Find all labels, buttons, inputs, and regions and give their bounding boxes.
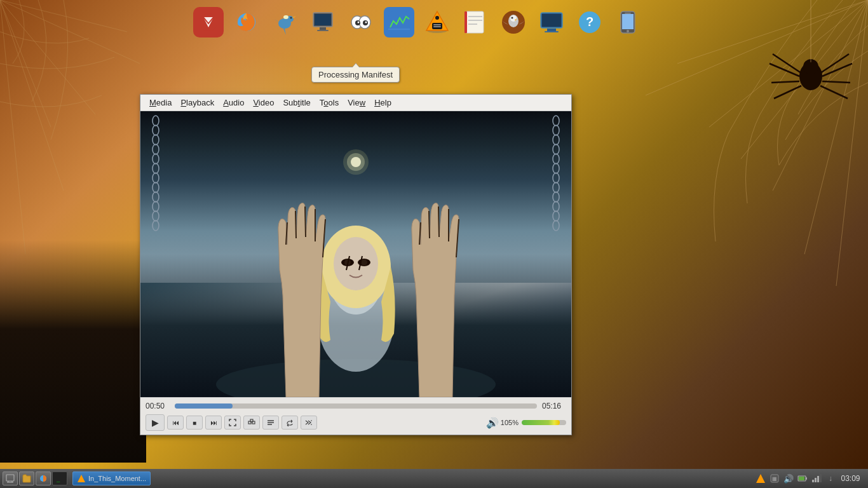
svg-text:_: _ <box>57 476 60 482</box>
systray-battery[interactable] <box>797 473 808 484</box>
systray: ▦ 🔊 <box>752 473 865 484</box>
svg-rect-66 <box>625 13 631 14</box>
dock-icon-phone[interactable] <box>610 5 645 40</box>
fullscreen-button[interactable] <box>224 416 241 430</box>
next-button[interactable]: ⏭ <box>205 416 222 430</box>
svg-line-108 <box>429 211 430 238</box>
dock-icon-twitter-bird[interactable] <box>267 5 302 40</box>
dock-icon-monitor[interactable] <box>305 5 340 40</box>
svg-point-78 <box>153 220 159 231</box>
svg-point-114 <box>343 149 369 175</box>
svg-point-77 <box>153 211 159 221</box>
dock-icon-help[interactable]: ? <box>572 5 607 40</box>
svg-rect-136 <box>799 477 804 480</box>
svg-point-88 <box>553 201 559 212</box>
svg-point-83 <box>553 154 559 164</box>
menu-help[interactable]: Help <box>370 97 395 109</box>
taskbar: _ In_This_Moment... ▦ <box>0 469 868 488</box>
processing-manifest-tooltip: Processing Manifest <box>311 67 400 83</box>
vlc-menubar: Media Playback Audio Video Subtitle Tool… <box>140 95 571 111</box>
svg-point-68 <box>153 125 159 135</box>
top-dock: ? <box>184 0 868 44</box>
svg-point-81 <box>553 135 559 145</box>
svg-rect-64 <box>622 14 634 29</box>
svg-point-80 <box>553 125 559 135</box>
svg-line-17 <box>774 86 801 98</box>
show-desktop-button[interactable] <box>3 471 18 485</box>
svg-point-27 <box>283 15 288 19</box>
svg-line-20 <box>822 81 850 83</box>
dock-icon-display[interactable] <box>534 5 569 40</box>
svg-rect-140 <box>820 474 822 482</box>
taskbar-terminal[interactable]: _ <box>52 471 67 485</box>
systray-network-signal[interactable] <box>811 473 822 484</box>
svg-rect-46 <box>433 26 441 27</box>
svg-point-73 <box>153 173 159 183</box>
svg-rect-52 <box>465 11 467 33</box>
spider-web-left-decoration <box>0 0 140 254</box>
menu-tools[interactable]: Tools <box>316 97 342 109</box>
play-button[interactable]: ▶ <box>146 414 165 431</box>
time-total: 05:16 <box>542 402 566 410</box>
volume-label: 105% <box>501 419 519 426</box>
vlc-window[interactable]: Media Playback Audio Video Subtitle Tool… <box>140 94 572 435</box>
svg-point-67 <box>153 116 159 126</box>
dock-icon-eagle[interactable] <box>496 5 531 40</box>
svg-rect-32 <box>317 30 329 31</box>
extended-button[interactable] <box>243 416 260 430</box>
svg-point-70 <box>153 144 159 154</box>
svg-point-47 <box>435 16 439 20</box>
dock-icon-vlc[interactable] <box>419 5 454 40</box>
svg-text:?: ? <box>585 15 593 29</box>
systray-download[interactable]: ↓ <box>825 473 836 484</box>
stop-button[interactable]: ■ <box>186 416 203 430</box>
volume-icon[interactable]: 🔊 <box>487 417 498 428</box>
random-button[interactable] <box>301 416 317 430</box>
svg-point-82 <box>553 144 559 154</box>
loop-button[interactable] <box>281 416 298 430</box>
menu-video[interactable]: Video <box>249 97 278 109</box>
vlc-controls: 00:50 05:16 ▶ ⏮ ■ <box>140 397 571 435</box>
svg-rect-31 <box>320 27 326 30</box>
taskbar-firefox[interactable] <box>36 471 51 485</box>
playlist-button[interactable] <box>262 416 279 430</box>
video-figure <box>197 143 515 397</box>
menu-view[interactable]: View <box>344 97 369 109</box>
svg-rect-117 <box>250 419 253 422</box>
svg-point-85 <box>553 173 559 183</box>
taskbar-file-manager[interactable] <box>19 471 34 485</box>
svg-rect-137 <box>812 480 814 482</box>
menu-subtitle[interactable]: Subtitle <box>279 97 314 109</box>
systray-vlc[interactable] <box>756 473 766 484</box>
video-content <box>140 111 571 397</box>
svg-text:▦: ▦ <box>772 476 777 482</box>
dock-icon-system-monitor[interactable] <box>381 5 416 40</box>
dock-icon-vivaldi[interactable] <box>191 5 226 40</box>
menu-media[interactable]: Media <box>146 97 175 109</box>
svg-point-84 <box>553 163 559 173</box>
svg-point-56 <box>511 17 513 19</box>
svg-line-4 <box>0 0 140 64</box>
taskbar-vlc-window[interactable]: In_This_Moment... <box>72 471 151 485</box>
svg-rect-58 <box>542 14 561 27</box>
svg-line-1 <box>0 0 95 114</box>
time-bar-row: 00:50 05:16 <box>146 402 566 410</box>
prev-button[interactable]: ⏮ <box>167 416 184 430</box>
svg-point-95 <box>334 237 378 290</box>
desktop: ? Processing Manifest Media Playback <box>0 0 868 488</box>
menu-playback[interactable]: Playback <box>177 97 218 109</box>
menu-audio[interactable]: Audio <box>219 97 248 109</box>
volume-fill <box>522 420 560 425</box>
svg-rect-48 <box>466 11 484 33</box>
svg-line-21 <box>820 86 848 98</box>
svg-rect-45 <box>433 24 441 25</box>
dock-icon-firefox[interactable] <box>229 5 264 40</box>
dock-icon-notes[interactable] <box>458 5 492 40</box>
dock-icon-xeyes[interactable] <box>343 5 378 40</box>
progress-bar[interactable] <box>175 403 537 409</box>
progress-fill <box>175 403 233 409</box>
systray-volume[interactable]: 🔊 <box>783 473 794 484</box>
svg-point-75 <box>153 192 159 202</box>
systray-network[interactable]: ▦ <box>770 473 780 484</box>
volume-bar[interactable] <box>522 420 566 425</box>
